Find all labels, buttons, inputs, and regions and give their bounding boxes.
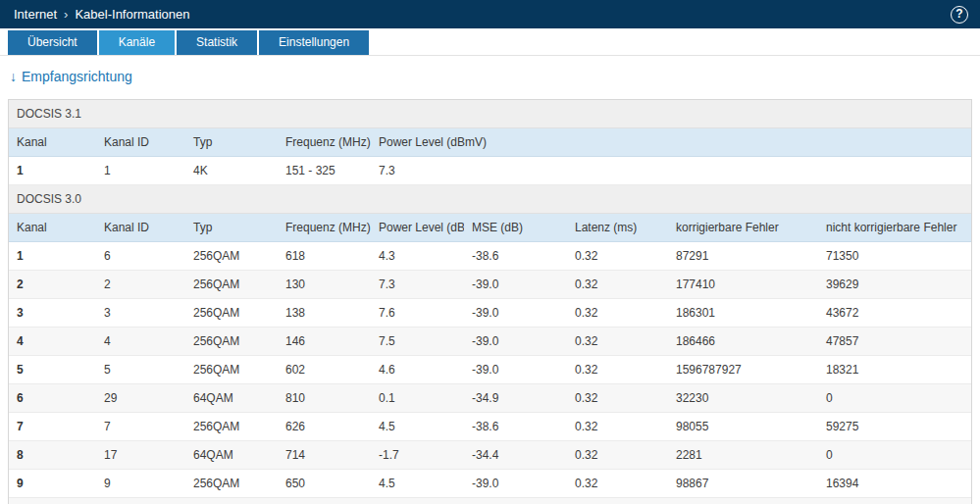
cell: 256QAM xyxy=(185,271,278,299)
cell: 102546 xyxy=(668,498,818,504)
cell: 658 xyxy=(278,498,371,504)
cell: 4.5 xyxy=(371,413,464,441)
cell: 2281 xyxy=(668,441,818,470)
cell: 256QAM xyxy=(185,242,278,271)
cell: 0.32 xyxy=(567,498,668,504)
column-header: Latenz (ms) xyxy=(567,214,668,242)
tab-3[interactable]: Einstellungen xyxy=(259,30,369,55)
cell: 256QAM xyxy=(185,356,278,384)
cell: -39.0 xyxy=(464,328,567,356)
cell: 618 xyxy=(278,242,371,271)
cell: 7.5 xyxy=(371,328,464,356)
cell: 6 xyxy=(96,242,185,271)
cell: 4 xyxy=(96,328,185,356)
empfangsrichtung-label: Empfangsrichtung xyxy=(22,69,132,84)
table-row: 99256QAM6504.5-39.00.329886716394 xyxy=(9,470,971,498)
cell: 7 xyxy=(9,413,96,441)
cell: 256QAM xyxy=(185,299,278,328)
cell: 6 xyxy=(9,384,96,413)
cell: 0.32 xyxy=(567,242,668,271)
breadcrumb-internet[interactable]: Internet xyxy=(14,7,57,22)
column-header: Kanal ID xyxy=(96,128,185,157)
cell: 4.3 xyxy=(371,242,464,271)
column-header: Frequenz (MHz) xyxy=(278,128,371,157)
cell: 810 xyxy=(278,384,371,413)
cell: 186466 xyxy=(668,328,818,356)
cell: 138 xyxy=(278,299,371,328)
breadcrumb-separator-icon: › xyxy=(64,7,68,22)
column-header: Typ xyxy=(185,214,278,242)
cell: 4.5 xyxy=(371,470,464,498)
cell: 8 xyxy=(9,441,96,470)
cell: -34.4 xyxy=(464,441,567,470)
cell: 0.32 xyxy=(567,299,668,328)
table-row: 62964QAM8100.1-34.90.32322300 xyxy=(9,384,971,413)
cell: 0.1 xyxy=(371,384,464,413)
cell: 7.3 xyxy=(371,157,971,185)
tab-1[interactable]: Kanäle xyxy=(99,30,175,55)
cell: 0.32 xyxy=(567,328,668,356)
column-header: Typ xyxy=(185,128,278,157)
cell: 18753 xyxy=(818,498,971,504)
cell: 98867 xyxy=(668,470,818,498)
cell: 10 xyxy=(96,498,185,504)
column-header: Frequenz (MHz) xyxy=(278,214,371,242)
cell: 4 xyxy=(9,328,96,356)
cell: 87291 xyxy=(668,242,818,271)
cell: 98055 xyxy=(668,413,818,441)
cell: 186301 xyxy=(668,299,818,328)
column-header: Kanal ID xyxy=(96,214,185,242)
docsis31-section: DOCSIS 3.1 KanalKanal IDTypFrequenz (MHz… xyxy=(9,100,971,185)
cell: 7.3 xyxy=(371,271,464,299)
cell: 0.32 xyxy=(567,470,668,498)
cell: 59275 xyxy=(818,413,971,441)
cell: 5 xyxy=(96,356,185,384)
column-header: nicht korrigierbare Fehler xyxy=(818,214,971,242)
cell: 10 xyxy=(9,498,96,504)
cell: 64QAM xyxy=(185,441,278,470)
tab-0[interactable]: Übersicht xyxy=(8,30,97,55)
cell: 43672 xyxy=(818,299,971,328)
table-row: 22256QAM1307.3-39.00.3217741039629 xyxy=(9,271,971,299)
cell: -39.0 xyxy=(464,498,567,504)
cell: 626 xyxy=(278,413,371,441)
cell: 5 xyxy=(9,356,96,384)
breadcrumb-kabel-informationen[interactable]: Kabel-Informationen xyxy=(75,7,189,22)
cell: 0.32 xyxy=(567,441,668,470)
cell: 650 xyxy=(278,470,371,498)
cell: 4.7 xyxy=(371,498,464,504)
cell: 3 xyxy=(9,299,96,328)
help-icon[interactable]: ? xyxy=(951,6,968,24)
cell: 7.6 xyxy=(371,299,464,328)
cell: 256QAM xyxy=(185,413,278,441)
cell: 177410 xyxy=(668,271,818,299)
column-header: Kanal xyxy=(9,214,96,242)
empfangsrichtung-link[interactable]: ↓ Empfangsrichtung xyxy=(10,69,132,84)
docsis30-section: DOCSIS 3.0 KanalKanal IDTypFrequenz (MHz… xyxy=(9,185,971,504)
table-row: 16256QAM6184.3-38.60.328729171350 xyxy=(9,242,971,271)
cell: 39629 xyxy=(818,271,971,299)
top-bar: Internet › Kabel-Informationen ? xyxy=(0,0,980,28)
cell: 64QAM xyxy=(185,384,278,413)
column-header: Kanal xyxy=(9,128,96,157)
tab-2[interactable]: Statistik xyxy=(177,30,257,55)
channel-panel: DOCSIS 3.1 KanalKanal IDTypFrequenz (MHz… xyxy=(8,99,972,504)
column-header: Power Level (dBmV) xyxy=(371,128,971,157)
breadcrumb: Internet › Kabel-Informationen xyxy=(14,7,190,22)
cell: 146 xyxy=(278,328,371,356)
table-row: 33256QAM1387.6-39.00.3218630143672 xyxy=(9,299,971,328)
column-header: MSE (dB) xyxy=(464,214,567,242)
cell: 0.32 xyxy=(567,271,668,299)
cell: -39.0 xyxy=(464,271,567,299)
cell: -39.0 xyxy=(464,356,567,384)
cell: 256QAM xyxy=(185,498,278,504)
docsis30-table: KanalKanal IDTypFrequenz (MHz)Power Leve… xyxy=(9,214,971,504)
cell: 1596787927 xyxy=(668,356,818,384)
column-header: Power Level (dBmV) xyxy=(371,214,464,242)
cell: 256QAM xyxy=(185,328,278,356)
docsis31-table: KanalKanal IDTypFrequenz (MHz)Power Leve… xyxy=(9,128,971,185)
cell: 4.6 xyxy=(371,356,464,384)
column-header: korrigierbare Fehler xyxy=(668,214,818,242)
table-row: 114K151 - 3257.3 xyxy=(9,157,971,185)
cell: 9 xyxy=(9,470,96,498)
